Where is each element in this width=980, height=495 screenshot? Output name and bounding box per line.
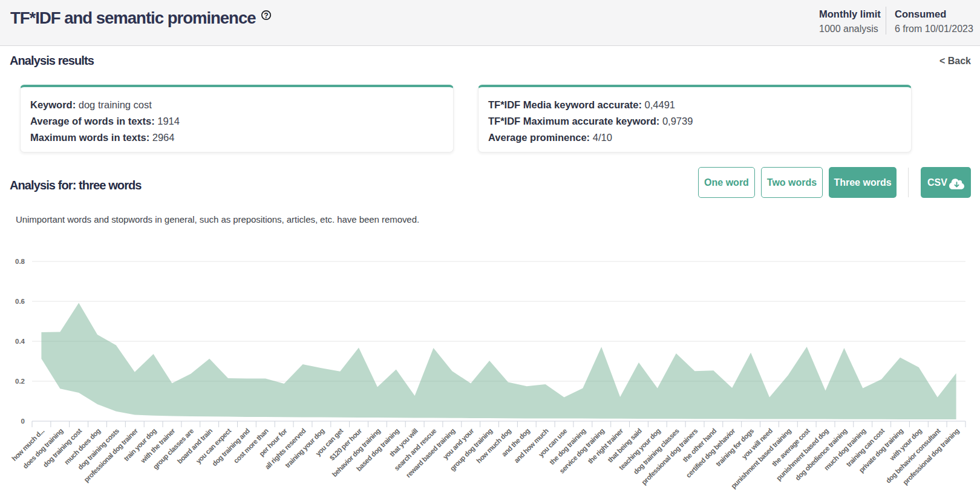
svg-text:0.6: 0.6 bbox=[15, 298, 25, 305]
svg-text:0: 0 bbox=[21, 418, 25, 425]
svg-text:with your dog: with your dog bbox=[888, 427, 923, 462]
svg-text:0.4: 0.4 bbox=[15, 338, 25, 345]
svg-text:how much d...: how much d... bbox=[10, 427, 45, 462]
svg-text:0.2: 0.2 bbox=[15, 378, 25, 385]
svg-text:0.8: 0.8 bbox=[15, 258, 25, 265]
svg-text:train your dog: train your dog bbox=[122, 427, 158, 463]
svg-text:?: ? bbox=[264, 11, 268, 20]
